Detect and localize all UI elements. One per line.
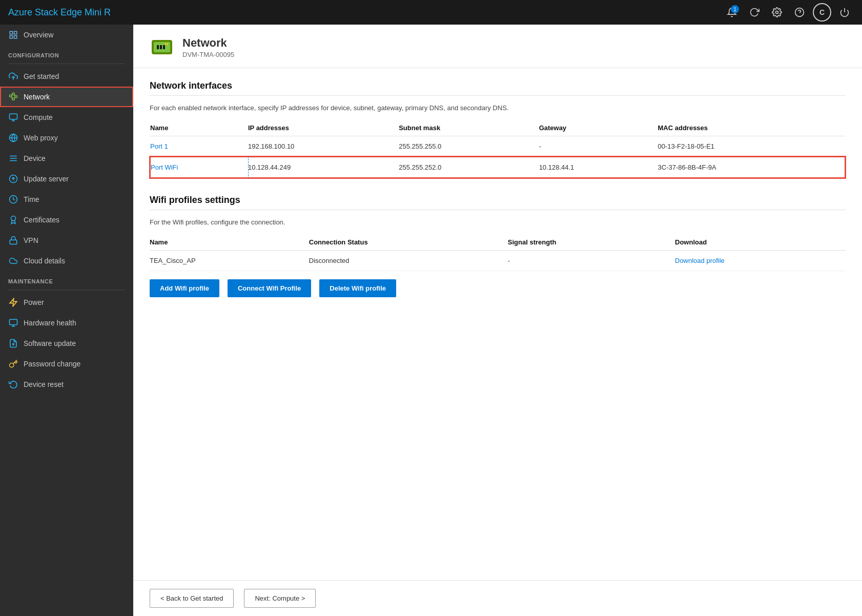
- sidebar-label-cloud-details: Cloud details: [24, 257, 65, 265]
- port1-link[interactable]: Port 1: [150, 136, 248, 157]
- sidebar-label-get-started: Get started: [24, 72, 59, 80]
- port1-gateway: -: [539, 136, 658, 157]
- vpn-icon: [8, 235, 18, 245]
- update-server-icon: [8, 174, 18, 184]
- download-profile-link[interactable]: Download profile: [675, 251, 846, 271]
- wifi-col-name: Name: [150, 234, 309, 251]
- svg-rect-10: [12, 93, 15, 95]
- wifi-col-signal: Signal strength: [508, 234, 675, 251]
- sidebar-label-vpn: VPN: [24, 236, 38, 244]
- table-row: Port 1 192.168.100.10 255.255.255.0 - 00…: [150, 136, 845, 157]
- sidebar-label-web-proxy: Web proxy: [24, 134, 58, 142]
- wifi-name: TEA_Cisco_AP: [150, 251, 309, 271]
- wifi-row: TEA_Cisco_AP Disconnected - Download pro…: [150, 251, 846, 271]
- svg-rect-5: [14, 31, 17, 34]
- sidebar-item-get-started[interactable]: Get started: [0, 66, 133, 87]
- svg-rect-37: [160, 45, 162, 49]
- wifi-header-row: Name Connection Status Signal strength D…: [150, 234, 846, 251]
- svg-rect-16: [10, 114, 17, 119]
- col-gateway: Gateway: [539, 120, 658, 136]
- network-interfaces-table: Name IP addresses Subnet mask Gateway MA…: [150, 120, 846, 178]
- delete-wifi-button[interactable]: Delete Wifi profile: [319, 279, 396, 297]
- network-interfaces-heading: Network interfaces: [150, 80, 846, 91]
- config-divider: [8, 64, 125, 64]
- device-icon: [8, 153, 18, 163]
- sidebar-item-vpn[interactable]: VPN: [0, 230, 133, 251]
- sidebar-label-network: Network: [24, 93, 50, 101]
- sidebar-label-device: Device: [24, 154, 46, 162]
- port-wifi-ip: 10.128.44.249: [248, 157, 399, 178]
- next-button[interactable]: Next: Compute >: [244, 589, 316, 608]
- svg-point-0: [776, 11, 778, 14]
- svg-rect-11: [12, 98, 15, 100]
- sidebar-item-update-server[interactable]: Update server: [0, 169, 133, 189]
- topbar: Azure Stack Edge Mini R 1 C: [0, 0, 862, 25]
- page-title: Network: [182, 36, 234, 50]
- sidebar-item-software-update[interactable]: Software update: [0, 333, 133, 354]
- sidebar-item-web-proxy[interactable]: Web proxy: [0, 128, 133, 148]
- svg-rect-39: [165, 43, 166, 45]
- notification-badge: 1: [731, 5, 739, 13]
- sidebar-label-hardware-health: Hardware health: [24, 319, 76, 327]
- notification-button[interactable]: 1: [723, 3, 741, 22]
- wifi-desc: For the Wifi profiles, configure the con…: [150, 218, 846, 226]
- clock-icon: [8, 194, 18, 204]
- help-button[interactable]: [790, 3, 809, 22]
- sidebar-label-power: Power: [24, 298, 44, 306]
- col-mac: MAC addresses: [658, 120, 845, 136]
- content-area: Network DVM-TMA-00095 Network interfaces…: [133, 25, 862, 616]
- port1-subnet: 255.255.255.0: [399, 136, 539, 157]
- sidebar-item-network[interactable]: Network: [0, 87, 133, 107]
- svg-line-15: [14, 94, 15, 96]
- user-avatar[interactable]: C: [813, 3, 831, 22]
- sidebar-item-power[interactable]: Power: [0, 292, 133, 313]
- page-subtitle: DVM-TMA-00095: [182, 51, 234, 58]
- topbar-icons: 1 C: [723, 3, 854, 22]
- certificate-icon: [8, 215, 18, 225]
- globe-icon: [8, 133, 18, 143]
- svg-rect-6: [10, 36, 12, 38]
- port1-mac: 00-13-F2-18-05-E1: [658, 136, 845, 157]
- svg-rect-4: [10, 31, 12, 34]
- sidebar-label-software-update: Software update: [24, 339, 76, 347]
- sidebar-label-certificates: Certificates: [24, 216, 59, 224]
- wifi-section: Wifi profiles settings For the Wifi prof…: [150, 195, 846, 297]
- compute-icon: [8, 112, 18, 122]
- sidebar-item-overview[interactable]: Overview: [0, 25, 133, 45]
- add-wifi-button[interactable]: Add Wifi profile: [150, 279, 219, 297]
- port-wifi-link[interactable]: Port WiFi: [150, 157, 248, 178]
- wifi-divider: [150, 210, 846, 210]
- sidebar-item-device[interactable]: Device: [0, 148, 133, 169]
- svg-rect-28: [10, 240, 17, 244]
- sidebar-label-compute: Compute: [24, 113, 53, 121]
- sidebar-item-device-reset[interactable]: Device reset: [0, 374, 133, 395]
- cloud-upload-icon: [8, 71, 18, 81]
- page-header-icon: [150, 35, 174, 59]
- sidebar-item-password-change[interactable]: Password change: [0, 354, 133, 374]
- key-icon: [8, 359, 18, 369]
- wifi-table: Name Connection Status Signal strength D…: [150, 234, 846, 271]
- settings-button[interactable]: [768, 3, 786, 22]
- sidebar-item-hardware-health[interactable]: Hardware health: [0, 313, 133, 333]
- col-name: Name: [150, 120, 248, 136]
- sidebar-item-certificates[interactable]: Certificates: [0, 210, 133, 230]
- back-button[interactable]: < Back to Get started: [150, 589, 234, 608]
- wifi-buttons: Add Wifi profile Connect Wifi Profile De…: [150, 279, 846, 297]
- wifi-status: Disconnected: [309, 251, 508, 271]
- sidebar-item-cloud-details[interactable]: Cloud details: [0, 251, 133, 271]
- port-wifi-subnet: 255.255.252.0: [399, 157, 539, 178]
- svg-rect-30: [10, 319, 17, 325]
- connect-wifi-button[interactable]: Connect Wifi Profile: [228, 279, 311, 297]
- svg-point-27: [11, 216, 16, 221]
- sidebar-label-password-change: Password change: [24, 360, 80, 368]
- sidebar-item-compute[interactable]: Compute: [0, 107, 133, 128]
- maintenance-divider: [8, 290, 125, 290]
- refresh-button[interactable]: [745, 3, 764, 22]
- sidebar-item-time[interactable]: Time: [0, 189, 133, 210]
- sidebar-label-update-server: Update server: [24, 175, 69, 183]
- port-wifi-row: Port WiFi 10.128.44.249 255.255.252.0 10…: [150, 157, 845, 178]
- power-button[interactable]: [835, 3, 854, 22]
- svg-rect-40: [167, 43, 168, 45]
- maintenance-label: MAINTENANCE: [0, 271, 133, 288]
- svg-line-13: [12, 95, 12, 96]
